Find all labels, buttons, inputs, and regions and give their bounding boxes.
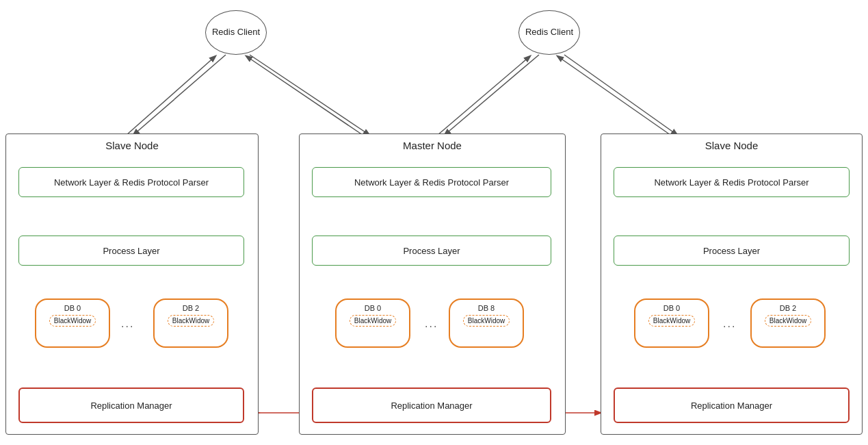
svg-line-0 (133, 55, 226, 135)
master-node: Master Node Network Layer & Redis Protoc… (299, 134, 566, 435)
svg-line-5 (438, 56, 530, 135)
slave1-process-layer: Process Layer (18, 236, 244, 266)
slave-node-2: Slave Node Network Layer & Redis Protoco… (601, 134, 863, 435)
slave-node-1: Slave Node Network Layer & Redis Protoco… (5, 134, 259, 435)
master-network-layer: Network Layer & Redis Protocol Parser (312, 167, 551, 197)
slave1-db0: DB 0 BlackWidow (35, 298, 110, 348)
redis-client-2: Redis Client (518, 10, 580, 55)
svg-line-4 (445, 55, 539, 135)
slave1-db2: DB 2 BlackWidow (153, 298, 228, 348)
slave2-dots: ... (723, 318, 736, 330)
slave1-network-layer: Network Layer & Redis Protocol Parser (18, 167, 244, 197)
master-replication-manager: Replication Manager (312, 387, 551, 423)
slave2-db2: DB 2 BlackWidow (750, 298, 826, 348)
svg-line-1 (127, 56, 215, 135)
svg-line-3 (246, 56, 363, 135)
master-node-title: Master Node (300, 134, 565, 155)
diagram-container: Redis Client Redis Client Slave Node Net… (0, 0, 868, 445)
svg-line-7 (557, 56, 670, 135)
slave2-process-layer: Process Layer (614, 236, 850, 266)
master-db8: DB 8 BlackWidow (449, 298, 524, 348)
slave2-db0: DB 0 BlackWidow (634, 298, 709, 348)
slave1-dots: ... (121, 318, 134, 330)
svg-line-2 (250, 55, 369, 135)
slave2-replication-manager: Replication Manager (614, 387, 850, 423)
master-dots: ... (425, 318, 438, 330)
master-db0: DB 0 BlackWidow (335, 298, 410, 348)
slave2-network-layer: Network Layer & Redis Protocol Parser (614, 167, 850, 197)
slave1-replication-manager: Replication Manager (18, 387, 244, 423)
master-process-layer: Process Layer (312, 236, 551, 266)
svg-line-6 (564, 55, 677, 135)
slave-node-2-title: Slave Node (601, 134, 862, 155)
slave-node-1-title: Slave Node (6, 134, 258, 155)
redis-client-1: Redis Client (205, 10, 267, 55)
